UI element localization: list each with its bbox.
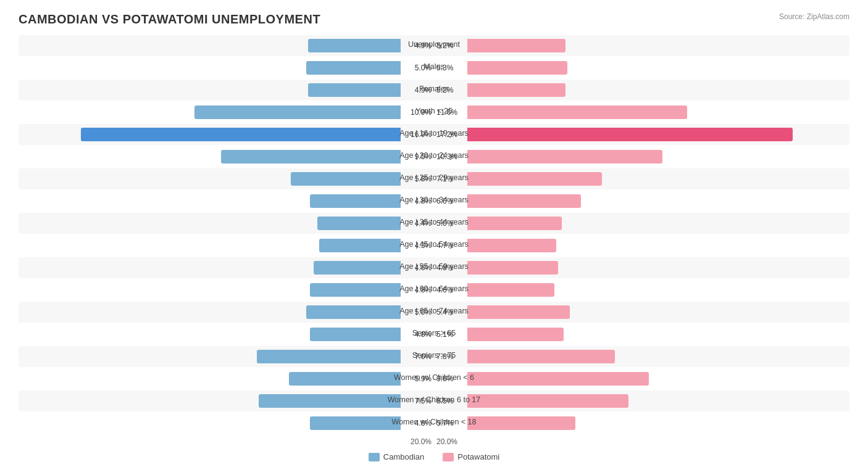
val-left: 4.4% (415, 219, 432, 228)
bar-left (306, 305, 401, 319)
bar-left-container: 4.8% (19, 279, 434, 300)
bar-right (467, 61, 567, 75)
bar-left (314, 261, 401, 275)
val-right: 5.4% (436, 308, 453, 316)
val-right: 5.0% (436, 219, 453, 228)
chart-row: 4.8% Seniors > 65 5.1% (19, 324, 849, 345)
chart-row: 4.6% Age | 55 to 59 years 4.8% (19, 257, 849, 278)
val-left: 4.6% (415, 263, 432, 272)
bar-right (467, 261, 558, 275)
axis-left: 20.0% (19, 437, 434, 446)
val-right: 5.7% (436, 419, 453, 428)
chart-container: CAMBODIAN VS POTAWATOMI UNEMPLOYMENT Sou… (19, 12, 849, 461)
val-left: 4.3% (415, 241, 432, 250)
legend-potawatomi-label: Potawatomi (457, 452, 499, 461)
val-left: 4.8% (415, 197, 432, 205)
legend-cambodian-box (369, 453, 380, 461)
val-left: 16.9% (411, 130, 432, 139)
bar-right-container: 4.8% (434, 257, 849, 278)
chart-row: 7.6% Seniors > 75 7.8% (19, 346, 849, 367)
bar-right (467, 239, 556, 252)
legend: Cambodian Potawatomi (19, 452, 849, 461)
chart-row: 4.8% Women w/ Children < 18 5.7% (19, 413, 849, 434)
bar-left-container: 7.5% (19, 391, 434, 411)
bar-right-container: 4.6% (434, 279, 849, 300)
bar-right (467, 150, 662, 163)
bar-right (467, 217, 562, 230)
chart-row: 10.9% Youth < 25 11.6% (19, 102, 849, 123)
bar-left-container: 4.8% (19, 191, 434, 212)
bar-right-container: 5.2% (434, 35, 849, 56)
bar-left-container: 5.0% (19, 57, 434, 78)
bar-left (308, 39, 401, 52)
bar-right-container: 17.2% (434, 124, 849, 145)
val-right: 11.6% (436, 108, 457, 117)
bar-left-container: 4.6% (19, 257, 434, 278)
chart-title: CAMBODIAN VS POTAWATOMI UNEMPLOYMENT (19, 12, 849, 27)
chart-area: 4.9% Unemployment 5.2% 5.0% Males 5.3% 4… (19, 35, 849, 434)
legend-potawatomi: Potawatomi (443, 452, 499, 461)
bar-right-container: 5.3% (434, 57, 849, 78)
val-right: 6.0% (436, 197, 453, 205)
bar-left (81, 128, 401, 141)
val-right: 5.3% (436, 64, 453, 72)
chart-row: 5.0% Males 5.3% (19, 57, 849, 78)
bar-right-container: 5.2% (434, 80, 849, 101)
bar-right (467, 83, 565, 97)
val-left: 4.8% (415, 330, 432, 339)
bar-left (291, 172, 401, 186)
chart-row: 5.0% Age | 65 to 74 years 5.4% (19, 302, 849, 323)
bar-right-container: 4.7% (434, 235, 849, 256)
val-right: 7.8% (436, 352, 453, 361)
bar-right (467, 194, 581, 208)
bar-right-container: 11.6% (434, 102, 849, 123)
bar-right (467, 39, 565, 52)
val-left: 9.5% (415, 152, 432, 161)
bar-left-container: 4.9% (19, 35, 434, 56)
val-right: 5.2% (436, 86, 453, 94)
val-right: 4.8% (436, 263, 453, 272)
axis-right: 20.0% (434, 437, 849, 446)
val-right: 17.2% (436, 130, 457, 139)
bar-left (310, 416, 401, 430)
bar-left-container: 4.8% (19, 324, 434, 345)
legend-potawatomi-box (443, 453, 454, 461)
legend-cambodian: Cambodian (369, 452, 425, 461)
bar-left (306, 61, 401, 75)
val-left: 7.6% (415, 352, 432, 361)
bar-right-container: 5.4% (434, 302, 849, 323)
chart-row: 4.9% Unemployment 5.2% (19, 35, 849, 56)
chart-row: 9.5% Age | 20 to 24 years 10.3% (19, 146, 849, 167)
chart-row: 5.8% Age | 25 to 29 years 7.1% (19, 168, 849, 189)
legend-cambodian-label: Cambodian (383, 452, 425, 461)
bar-left (259, 394, 401, 408)
bar-left (308, 83, 401, 97)
source-label: Source: ZipAtlas.com (779, 12, 849, 21)
bar-left (221, 150, 401, 163)
bar-left (194, 105, 401, 119)
bar-right-container: 5.7% (434, 413, 849, 434)
val-right: 10.3% (436, 152, 457, 161)
bar-left (289, 372, 401, 386)
bar-left (317, 217, 401, 230)
val-left: 5.0% (415, 64, 432, 72)
val-left: 4.8% (415, 286, 432, 294)
chart-row: 4.8% Age | 60 to 64 years 4.6% (19, 279, 849, 300)
bar-right-container: 10.3% (434, 146, 849, 167)
chart-row: 4.3% Age | 45 to 54 years 4.7% (19, 235, 849, 256)
chart-row: 4.4% Age | 35 to 44 years 5.0% (19, 213, 849, 234)
chart-row: 16.9% Age | 16 to 19 years 17.2% (19, 124, 849, 145)
bar-left-container: 4.3% (19, 235, 434, 256)
chart-row: 4.8% Age | 30 to 34 years 6.0% (19, 191, 849, 212)
bar-right (467, 350, 615, 363)
chart-row: 5.9% Women w/ Children < 6 9.6% (19, 368, 849, 389)
bar-left-container: 5.8% (19, 168, 434, 189)
val-right: 4.6% (436, 286, 453, 294)
bar-left-container: 4.9% (19, 80, 434, 101)
val-left: 4.9% (415, 41, 432, 50)
bar-right (467, 394, 628, 408)
bar-left-container: 10.9% (19, 102, 434, 123)
bar-right-container: 7.1% (434, 168, 849, 189)
bar-right (467, 105, 687, 119)
val-right: 8.5% (436, 397, 453, 405)
